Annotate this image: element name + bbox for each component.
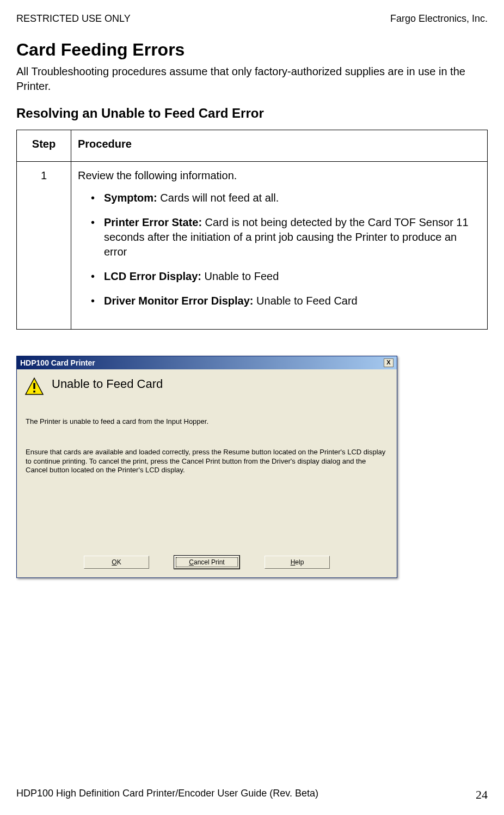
procedure-table: Step Procedure 1 Review the following in…	[16, 130, 488, 330]
bullet-lcd-error: LCD Error Display: Unable to Feed	[91, 269, 481, 284]
bullet-driver-monitor: Driver Monitor Error Display: Unable to …	[91, 294, 481, 308]
col-header-step: Step	[17, 130, 71, 162]
page-header: RESTRICTED USE ONLY Fargo Electronics, I…	[16, 13, 488, 25]
step-number: 1	[17, 162, 71, 330]
procedure-cell: Review the following information. Sympto…	[71, 162, 488, 330]
bullet-symptom: Symptom: Cards will not feed at all.	[91, 191, 481, 205]
table-header-row: Step Procedure	[17, 130, 488, 162]
dialog-body: Unable to Feed Card The Printer is unabl…	[17, 369, 397, 577]
svg-rect-1	[33, 383, 35, 389]
pes-label: Printer Error State:	[104, 216, 202, 228]
dialog-body-line-1: The Printer is unable to feed a card fro…	[26, 417, 389, 426]
page-number: 24	[476, 788, 488, 802]
dialog-text: The Printer is unable to feed a card fro…	[26, 417, 389, 554]
page-title: Card Feeding Errors	[16, 40, 488, 60]
cancel-print-button[interactable]: Cancel Print	[174, 556, 239, 569]
intro-text: All Troubleshooting procedures assume th…	[16, 64, 488, 94]
header-right: Fargo Electronics, Inc.	[390, 13, 488, 25]
dialog-header-row: Unable to Feed Card	[24, 377, 389, 397]
dialog-body-line-2: Ensure that cards are available and load…	[26, 448, 389, 475]
footer-left: HDP100 High Definition Card Printer/Enco…	[16, 788, 318, 802]
help-button[interactable]: Help	[265, 556, 330, 569]
table-row: 1 Review the following information. Symp…	[17, 162, 488, 330]
lcd-label: LCD Error Display:	[104, 270, 201, 282]
header-left: RESTRICTED USE ONLY	[16, 13, 131, 25]
col-header-procedure: Procedure	[71, 130, 488, 162]
dialog-window: HDP100 Card Printer X Unable to Feed Car…	[16, 356, 397, 578]
section-heading: Resolving an Unable to Feed Card Error	[16, 106, 488, 121]
ok-button[interactable]: OK	[84, 556, 149, 569]
dialog-error-title: Unable to Feed Card	[52, 377, 163, 391]
dialog-title: HDP100 Card Printer	[20, 358, 95, 367]
symptom-label: Symptom:	[104, 192, 157, 204]
drv-label: Driver Monitor Error Display:	[104, 295, 254, 307]
dialog-titlebar[interactable]: HDP100 Card Printer X	[17, 356, 397, 369]
dialog-screenshot: HDP100 Card Printer X Unable to Feed Car…	[16, 356, 488, 578]
drv-text: Unable to Feed Card	[254, 295, 358, 307]
dialog-button-row: OK Cancel Print Help	[24, 556, 389, 569]
warning-icon	[24, 377, 44, 397]
review-line: Review the following information.	[78, 169, 481, 182]
bullet-printer-error-state: Printer Error State: Card is not being d…	[91, 215, 481, 259]
symptom-text: Cards will not feed at all.	[157, 192, 279, 204]
lcd-text: Unable to Feed	[201, 270, 279, 282]
page-footer: HDP100 High Definition Card Printer/Enco…	[16, 788, 488, 802]
close-icon[interactable]: X	[384, 358, 394, 367]
svg-rect-2	[33, 391, 35, 392]
